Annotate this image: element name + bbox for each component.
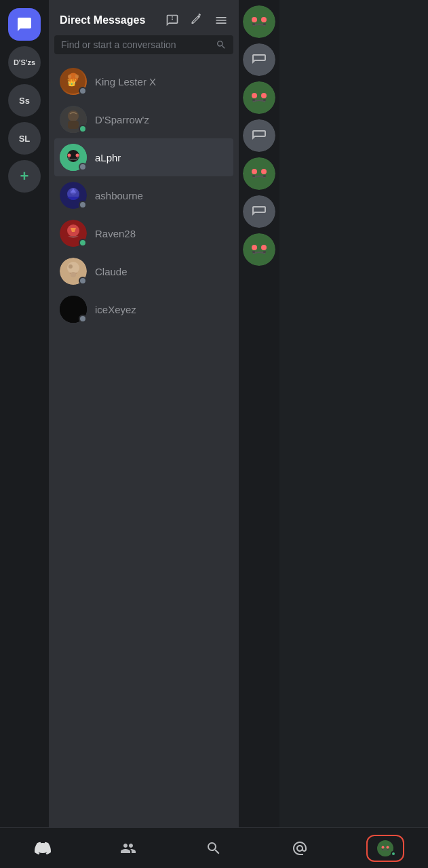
svg-rect-7	[68, 121, 79, 129]
svg-point-48	[381, 846, 384, 848]
search-bar[interactable]	[54, 35, 233, 54]
dm-name-raven28: Raven28	[95, 228, 136, 239]
new-dm-button[interactable]	[163, 11, 182, 30]
svg-rect-51	[387, 849, 389, 850]
dm-item-icexeyez[interactable]: iceXeyez	[54, 290, 233, 328]
avatar-wrap-king-lester: 👑	[60, 68, 87, 95]
avatar-wrap-alphr	[60, 144, 87, 171]
server-icon-dszs[interactable]: D'S'zs	[8, 46, 41, 79]
status-dsparrow	[79, 125, 87, 133]
svg-rect-45	[252, 251, 255, 253]
right-server-5[interactable]	[243, 157, 275, 190]
status-claude	[79, 277, 87, 285]
svg-point-43	[252, 245, 257, 250]
nav-home[interactable]	[24, 835, 62, 862]
avatar-wrap-raven28	[60, 220, 87, 247]
server-icon-sl[interactable]: SL	[8, 122, 41, 155]
svg-point-32	[261, 93, 267, 98]
profile-status-dot	[391, 851, 396, 856]
add-server-button[interactable]: +	[8, 160, 41, 193]
nav-mentions[interactable]	[281, 835, 319, 862]
svg-point-37	[252, 169, 257, 174]
dm-title: Direct Messages	[60, 14, 145, 26]
right-server-1[interactable]	[243, 5, 275, 38]
dm-item-dsparrow[interactable]: D'Sparrow'z	[54, 100, 233, 138]
server-icon-ss[interactable]: Ss	[8, 84, 41, 117]
svg-point-22	[71, 272, 76, 277]
dm-item-raven28[interactable]: Raven28	[54, 214, 233, 252]
svg-rect-34	[263, 99, 266, 101]
svg-point-49	[386, 846, 389, 848]
compose-icon[interactable]	[187, 11, 206, 30]
menu-icon[interactable]	[212, 11, 231, 30]
svg-rect-12	[68, 157, 70, 159]
svg-point-24	[243, 5, 275, 38]
avatar-wrap-icexeyez	[60, 296, 87, 323]
svg-rect-46	[263, 251, 266, 253]
svg-point-42	[243, 233, 275, 266]
header-icons	[163, 11, 231, 30]
status-icexeyez	[79, 315, 87, 323]
svg-point-25	[252, 17, 257, 22]
dm-item-ashbourne[interactable]: ashbourne	[54, 176, 233, 214]
avatar-wrap-claude	[60, 258, 87, 285]
svg-rect-39	[252, 175, 255, 177]
search-input[interactable]	[61, 39, 210, 50]
status-raven28	[79, 239, 87, 247]
svg-point-36	[243, 157, 275, 190]
svg-rect-13	[77, 157, 79, 159]
dm-item-alphr[interactable]: aLphr	[54, 138, 233, 176]
svg-rect-33	[252, 99, 255, 101]
server-rail: D'S'zs Ss SL +	[0, 0, 49, 827]
svg-point-44	[261, 245, 267, 250]
search-icon	[216, 39, 227, 50]
right-server-2[interactable]	[243, 43, 275, 76]
right-server-7[interactable]	[243, 233, 275, 266]
dm-name-claude: Claude	[95, 266, 128, 277]
svg-point-30	[243, 81, 275, 114]
svg-point-38	[261, 169, 267, 174]
bottom-nav	[0, 827, 428, 868]
dm-name-alphr: aLphr	[95, 152, 121, 163]
svg-point-11	[76, 154, 79, 157]
svg-rect-28	[263, 23, 266, 25]
svg-text:👑: 👑	[67, 78, 77, 87]
svg-rect-50	[382, 849, 383, 850]
status-alphr	[79, 163, 87, 171]
dm-panel: Direct Messages	[49, 0, 239, 827]
right-server-4[interactable]	[243, 119, 275, 152]
nav-search[interactable]	[195, 835, 233, 862]
svg-point-21	[69, 264, 73, 269]
dm-list: 👑 King Lester X	[49, 62, 239, 827]
dm-name-dsparrow: D'Sparrow'z	[95, 114, 149, 125]
right-server-6[interactable]	[243, 195, 275, 228]
svg-point-26	[261, 17, 267, 22]
dm-item-king-lester[interactable]: 👑 King Lester X	[54, 62, 233, 100]
nav-profile[interactable]	[366, 835, 404, 862]
nav-friends[interactable]	[109, 835, 147, 862]
svg-rect-27	[252, 23, 255, 25]
dm-item-claude[interactable]: Claude	[54, 252, 233, 290]
dm-header: Direct Messages	[49, 0, 239, 35]
svg-rect-40	[263, 175, 266, 177]
right-server-rail	[239, 0, 279, 827]
dm-name-king-lester: King Lester X	[95, 76, 156, 87]
dm-name-icexeyez: iceXeyez	[95, 304, 136, 315]
dm-server-icon[interactable]	[8, 8, 41, 41]
svg-point-10	[68, 154, 71, 157]
dm-name-ashbourne: ashbourne	[95, 190, 143, 201]
svg-point-31	[252, 93, 257, 98]
right-server-3[interactable]	[243, 81, 275, 114]
avatar-wrap-ashbourne	[60, 182, 87, 209]
status-ashbourne	[79, 201, 87, 209]
avatar-wrap-dsparrow	[60, 106, 87, 133]
status-king-lester	[79, 87, 87, 95]
